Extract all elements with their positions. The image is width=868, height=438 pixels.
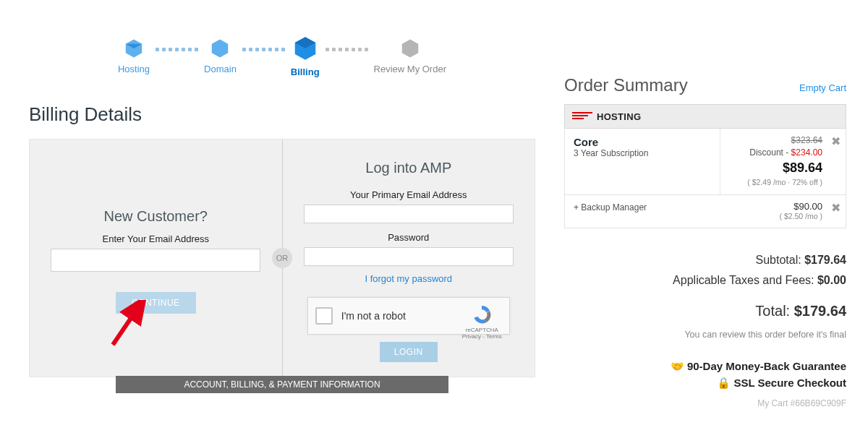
discount-label: Discount - bbox=[749, 147, 791, 158]
section-footer-bar: ACCOUNT, BILLING, & PAYMENT INFORMATION bbox=[116, 376, 448, 393]
addon-price: $90.00 bbox=[723, 201, 822, 212]
review-note: You can review this order before it's fi… bbox=[564, 329, 846, 342]
cube-icon bbox=[209, 38, 231, 59]
tax-label: Applicable Taxes and Fees: bbox=[673, 274, 814, 286]
recaptcha-badge: reCAPTCHA Privacy - Terms bbox=[462, 304, 502, 340]
item-original-price: $323.64 bbox=[723, 134, 822, 147]
lock-icon: 🔒 bbox=[717, 377, 731, 389]
cube-icon bbox=[292, 35, 319, 62]
cart-id: My Cart #66B69C909F bbox=[564, 398, 846, 408]
step-connector bbox=[326, 48, 368, 51]
item-term: 3 Year Subscription bbox=[574, 148, 711, 158]
recaptcha-brand: reCAPTCHA bbox=[462, 327, 502, 333]
totals: Subtotal: $179.64 Applicable Taxes and F… bbox=[564, 250, 846, 322]
cart-item: Core 3 Year Subscription $323.64 Discoun… bbox=[564, 129, 846, 195]
step-domain[interactable]: Domain bbox=[204, 38, 237, 74]
order-summary-title: Order Summary bbox=[564, 75, 688, 95]
guarantee-moneyback: 90-Day Money-Back Guarantee bbox=[687, 360, 846, 372]
step-review[interactable]: Review My Order bbox=[374, 38, 446, 74]
discount-amount: $234.00 bbox=[791, 147, 822, 158]
login-panel: Log into AMP Your Primary Email Address … bbox=[283, 139, 535, 377]
new-customer-panel: New Customer? Enter Your Email Address C… bbox=[30, 139, 283, 377]
step-billing[interactable]: Billing bbox=[291, 35, 320, 77]
remove-item-icon[interactable]: ✖ bbox=[831, 135, 841, 147]
guarantee-ssl: SSL Secure Checkout bbox=[733, 377, 846, 389]
brand-stripe-icon bbox=[572, 110, 592, 123]
section-title: Billing Details bbox=[29, 103, 535, 126]
subtotal-label: Subtotal: bbox=[756, 254, 801, 266]
step-hosting[interactable]: Hosting bbox=[118, 38, 150, 74]
recaptcha-checkbox[interactable] bbox=[315, 307, 333, 325]
remove-addon-icon[interactable]: ✖ bbox=[831, 202, 841, 214]
item-name: Core bbox=[574, 136, 711, 148]
or-divider: OR bbox=[272, 248, 292, 268]
recaptcha-label: I'm not a robot bbox=[341, 310, 406, 322]
login-button[interactable]: LOGIN bbox=[380, 342, 438, 362]
item-pricing: $323.64 Discount - $234.00 $89.64 ( $2.4… bbox=[720, 129, 825, 194]
continue-button[interactable]: CONTINUE bbox=[116, 292, 196, 314]
billing-box: New Customer? Enter Your Email Address C… bbox=[29, 139, 535, 377]
step-connector bbox=[242, 48, 285, 51]
step-label: Hosting bbox=[118, 64, 150, 74]
total-label: Total: bbox=[755, 303, 790, 319]
addon-name: + Backup Manager bbox=[565, 195, 720, 228]
cube-icon bbox=[123, 38, 145, 59]
email-label: Enter Your Email Address bbox=[103, 233, 209, 244]
tax-value: $0.00 bbox=[817, 274, 846, 286]
total-value: $179.64 bbox=[794, 303, 846, 319]
step-connector bbox=[156, 48, 198, 51]
recaptcha-links[interactable]: Privacy - Terms bbox=[462, 333, 502, 340]
recaptcha-icon bbox=[471, 304, 493, 325]
item-fineprint: ( $2.49 /mo · 72% off ) bbox=[723, 177, 822, 188]
step-label: Review My Order bbox=[374, 64, 446, 74]
empty-cart-link[interactable]: Empty Cart bbox=[799, 82, 846, 93]
step-label: Billing bbox=[291, 66, 320, 77]
login-email-input[interactable] bbox=[304, 205, 514, 223]
recaptcha-widget: I'm not a robot reCAPTCHA Privacy - Term… bbox=[307, 297, 510, 335]
new-customer-email-input[interactable] bbox=[51, 249, 260, 272]
login-title: Log into AMP bbox=[365, 160, 451, 176]
login-email-label: Your Primary Email Address bbox=[350, 189, 467, 200]
step-label: Domain bbox=[204, 64, 237, 74]
handshake-icon: 🤝 bbox=[671, 360, 684, 372]
addon-fineprint: ( $2.50 /mo ) bbox=[723, 212, 822, 220]
new-customer-title: New Customer? bbox=[104, 208, 208, 225]
hosting-band: HOSTING bbox=[564, 104, 846, 129]
subtotal-value: $179.64 bbox=[804, 254, 846, 266]
password-input[interactable] bbox=[304, 247, 514, 266]
password-label: Password bbox=[388, 232, 429, 243]
cart-addon: + Backup Manager $90.00 ( $2.50 /mo ) ✖ bbox=[564, 195, 846, 228]
item-price: $89.64 bbox=[723, 159, 822, 177]
forgot-password-link[interactable]: I forgot my password bbox=[365, 273, 452, 284]
checkout-stepper: Hosting Domain Billing Rev bbox=[29, 0, 535, 103]
hosting-brand-label: HOSTING bbox=[597, 111, 641, 122]
cube-icon bbox=[399, 38, 421, 59]
guarantees: 🤝90-Day Money-Back Guarantee 🔒SSL Secure… bbox=[564, 358, 846, 391]
